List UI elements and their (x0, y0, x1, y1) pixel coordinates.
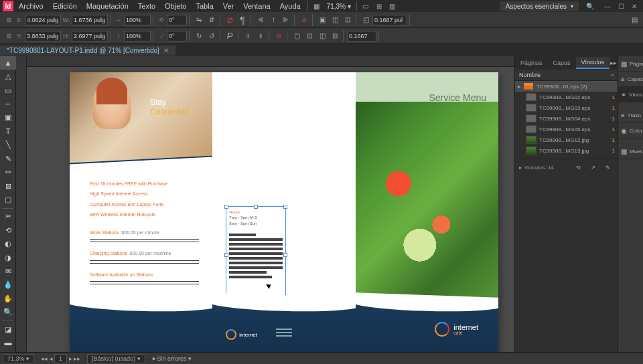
maximize-icon[interactable]: ☐ (615, 0, 627, 12)
view-mode-icon[interactable]: ▭ (360, 0, 372, 12)
panel-tab-capas[interactable]: Capas (548, 58, 576, 68)
fit2-icon[interactable]: ⊡ (303, 30, 315, 42)
bridge-icon[interactable]: ▦ (311, 0, 323, 12)
no-stroke-icon[interactable]: ⧄ (273, 30, 285, 42)
zoom-tool[interactable]: 🔍 (0, 306, 16, 319)
h-field[interactable]: 2.6977 pulg (72, 31, 108, 41)
corner-icon[interactable]: ◱ (360, 14, 372, 26)
page-3[interactable]: Service Menu internetcafé (356, 72, 498, 353)
y-field[interactable]: 3.8833 pulg (25, 31, 61, 41)
hand-tool[interactable]: ✋ (0, 292, 16, 305)
link-row[interactable]: TC99908...MG05.eps1 (515, 124, 618, 134)
rectangle-frame-tool[interactable]: ⊠ (0, 179, 16, 193)
rotate-field[interactable]: 0° (167, 15, 187, 25)
color-apply-icon[interactable]: ▬ (0, 336, 16, 349)
doc-tab-active[interactable]: *TC9990801-LAYOUT-P1.indd @ 71% [Convert… (0, 46, 175, 56)
wrap3-icon[interactable]: ⊡ (342, 14, 354, 26)
fit-icon[interactable]: ▢ (291, 30, 303, 42)
align-right-icon[interactable]: ⫸ (280, 14, 292, 26)
status-preset[interactable]: [Básico] (usado) ▾ (87, 354, 145, 363)
fit3-icon[interactable]: ◫ (316, 30, 328, 42)
rot-ccw-icon[interactable]: ↺ (206, 30, 218, 42)
page-2[interactable]: Hours 7am - 9pm M-S 8am - 8pm Sun intern… (212, 72, 355, 353)
menu-archivo[interactable]: Archivo (15, 1, 48, 11)
ref-point-icon[interactable]: ⊞ (5, 15, 14, 25)
close-icon[interactable]: ✕ (628, 0, 640, 12)
status-errors[interactable]: ● Sin errores ▾ (152, 355, 192, 362)
tab-close-icon[interactable]: ✕ (163, 47, 169, 54)
link-row[interactable]: TC99908...MG13.jpg1 (515, 145, 618, 156)
link-row[interactable]: ▸TC99908...01.eps (2) (515, 81, 618, 92)
status-page-nav[interactable]: ◂◂ ◂ 1 ▸ ▸▸ (41, 355, 80, 362)
direct-selection-tool[interactable]: △ (0, 70, 16, 83)
distribute2-icon[interactable]: ⫵ (255, 30, 267, 42)
links-col-page-icon[interactable]: ▫ (612, 72, 614, 78)
type-tool[interactable]: T (0, 124, 16, 138)
wrap2-icon[interactable]: ◫ (329, 14, 341, 26)
menu-ventana[interactable]: Ventana (239, 1, 274, 11)
panel-menu-icon[interactable]: ▤ (628, 14, 640, 26)
corner-field[interactable]: 0.1667 pul (372, 15, 407, 25)
gradient-feather-tool[interactable]: ◑ (0, 251, 16, 264)
panel-tab-paginas[interactable]: Páginas (515, 58, 548, 68)
link-row[interactable]: TC99908...MG12.jpg1 (515, 134, 618, 145)
panel-collapse-icon[interactable]: ▸▸ (610, 57, 618, 69)
no-fill-icon[interactable]: ⧄ (224, 14, 236, 26)
gradient-swatch-tool[interactable]: ◐ (0, 237, 16, 250)
x-field[interactable]: 4.0624 pulg (25, 15, 61, 25)
edit-link-icon[interactable]: ✎ (601, 161, 614, 173)
menu-texto[interactable]: Texto (134, 1, 159, 11)
workspace-switcher[interactable]: Aspectos esenciales▾ (500, 1, 579, 11)
selection-tool[interactable]: ▲ (0, 56, 16, 70)
scissors-tool[interactable]: ✂ (0, 210, 16, 223)
line-tool[interactable]: ╲ (0, 139, 16, 152)
menu-ver[interactable]: Ver (219, 1, 238, 11)
link-row[interactable]: TC99908...MG03.eps1 (515, 102, 618, 113)
pencil-tool[interactable]: ✏ (0, 165, 16, 179)
gap-tool[interactable]: ↔ (0, 97, 16, 110)
wrap-icon[interactable]: ▣ (316, 14, 328, 26)
gap-field[interactable]: 0.1667 (347, 31, 376, 41)
content-collector-tool[interactable]: ▣ (0, 111, 16, 124)
page-1[interactable]: StayConnected First 30 minutes FREE with… (70, 72, 212, 353)
link-row[interactable]: TC99908...MG02.eps1 (515, 92, 618, 102)
links-expand-icon[interactable]: ▸ (519, 165, 522, 171)
zoom-dropdown[interactable]: 71,3% ▾ (324, 3, 354, 10)
flip-v-icon[interactable]: ⇵ (206, 14, 218, 26)
fit4-icon[interactable]: ⊟ (329, 30, 341, 42)
search-icon[interactable]: 🔍 (584, 0, 596, 12)
menu-tabla[interactable]: Tabla (192, 1, 217, 11)
distribute-icon[interactable]: ⫴ (242, 30, 254, 42)
selected-text-frame[interactable]: Hours 7am - 9pm M-S 8am - 8pm Sun (226, 206, 286, 303)
links-col-nombre[interactable]: Nombre (519, 72, 541, 78)
pasteboard[interactable]: StayConnected First 30 minutes FREE with… (16, 56, 514, 363)
status-zoom[interactable]: 71,3% ▾ (3, 354, 34, 363)
align-left-icon[interactable]: ⫷ (255, 14, 267, 26)
arrange-icon[interactable]: ▥ (386, 0, 399, 12)
char-format-icon[interactable]: ¶ (236, 14, 248, 26)
fill-stroke-swatch[interactable]: ◪ (0, 323, 16, 336)
free-transform-tool[interactable]: ⟲ (0, 223, 16, 237)
eyedropper-tool[interactable]: 💧 (0, 278, 16, 292)
menu-maquetacion[interactable]: Maquetación (82, 1, 133, 11)
minimize-icon[interactable]: — (601, 0, 614, 12)
goto-link-icon[interactable]: ↗ (587, 161, 599, 173)
page-tool[interactable]: ▭ (0, 84, 16, 97)
cp-capas[interactable]: ≡Capas (618, 72, 643, 87)
cp-paginas[interactable]: ▦Páginas (618, 56, 643, 72)
panel-tab-vinculos[interactable]: Vínculos (576, 57, 610, 69)
rot-cw-icon[interactable]: ↻ (193, 30, 205, 42)
menu-ayuda[interactable]: Ayuda (276, 1, 305, 11)
shear-field[interactable]: 0° (167, 31, 187, 41)
cp-vinculos[interactable]: ⚭Vínculos (618, 87, 643, 102)
align-center-icon[interactable]: ⫶ (267, 14, 279, 26)
w-field[interactable]: 1.6736 pulg (72, 15, 108, 25)
flip-h-icon[interactable]: ⇋ (193, 14, 205, 26)
scale-x-field[interactable]: 100% (124, 15, 151, 25)
scale-y-field[interactable]: 100% (124, 31, 151, 41)
menu-edicion[interactable]: Edición (49, 1, 81, 11)
cp-color[interactable]: ◉Color (618, 123, 643, 139)
menu-objeto[interactable]: Objeto (161, 1, 190, 11)
p-icon[interactable]: P (224, 30, 236, 42)
link-row[interactable]: TC99908...MG04.eps1 (515, 113, 618, 124)
